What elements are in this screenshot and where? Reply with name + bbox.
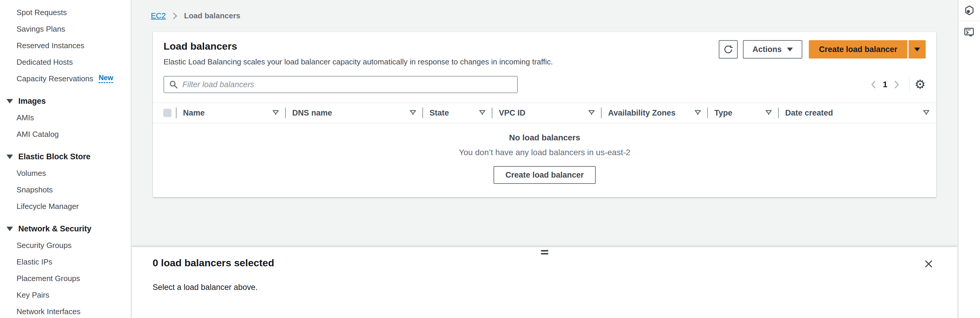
close-icon[interactable]	[924, 259, 933, 268]
page-number[interactable]: 1	[883, 80, 888, 89]
sidebar-item-snapshots[interactable]: Snapshots	[0, 181, 131, 198]
column-header-availability-zones[interactable]: Availability Zones	[601, 103, 708, 123]
breadcrumb-chevron-icon	[172, 12, 178, 20]
cloudshell-icon[interactable]	[958, 21, 980, 43]
expand-triangle-icon	[6, 99, 13, 104]
empty-create-load-balancer-button[interactable]: Create load balancer	[493, 166, 596, 184]
sidebar-item-key-pairs[interactable]: Key Pairs	[0, 287, 131, 303]
filter-icon[interactable]	[588, 110, 595, 116]
empty-state-title: No load balancers	[153, 133, 936, 142]
sidebar-section-images[interactable]: Images	[0, 93, 131, 109]
header-actions: Actions Create load balancer	[719, 40, 926, 59]
breadcrumb: EC2 Load balancers	[132, 0, 957, 21]
filter-icon[interactable]	[694, 110, 702, 116]
filter-icon[interactable]	[479, 110, 486, 116]
filter-icon[interactable]	[272, 110, 279, 116]
create-load-balancer-button[interactable]: Create load balancer	[809, 40, 907, 59]
select-all-checkbox[interactable]	[163, 109, 172, 117]
new-badge: New	[99, 74, 113, 83]
breadcrumb-current: Load balancers	[184, 11, 240, 21]
sidebar-item-reserved-instances[interactable]: Reserved Instances	[0, 37, 131, 54]
filter-placeholder: Filter load balancers	[183, 80, 254, 89]
sidebar-item-savings-plans[interactable]: Savings Plans	[0, 21, 131, 37]
filter-icon[interactable]	[765, 110, 772, 116]
main-content: EC2 Load balancers Load balancers Elasti…	[132, 0, 957, 318]
gear-icon[interactable]: ⚙	[915, 78, 926, 91]
sidebar-item-placement-groups[interactable]: Placement Groups	[0, 270, 131, 287]
sidebar-item-volumes[interactable]: Volumes	[0, 165, 131, 181]
sidebar-item-elastic-ips[interactable]: Elastic IPs	[0, 254, 131, 270]
empty-state: No load balancers You don’t have any loa…	[153, 123, 936, 197]
column-header-state[interactable]: State	[423, 103, 492, 123]
drag-handle[interactable]	[541, 250, 549, 256]
select-all-cell	[158, 103, 177, 123]
column-header-name[interactable]: Name	[177, 103, 286, 123]
caret-down-icon	[914, 48, 920, 51]
aws-q-icon[interactable]	[958, 0, 980, 21]
column-header-dns-name[interactable]: DNS name	[286, 103, 423, 123]
column-header-type[interactable]: Type	[708, 103, 779, 123]
sidebar-item-spot-requests[interactable]: Spot Requests	[0, 4, 131, 21]
table-header-row: Name DNS name State VPC ID	[153, 102, 936, 123]
sidebar-item-capacity-reservations[interactable]: Capacity Reservations New	[0, 70, 131, 87]
expand-triangle-icon	[6, 155, 13, 159]
expand-triangle-icon	[6, 227, 13, 231]
create-load-balancer-split-button: Create load balancer	[809, 40, 926, 59]
breadcrumb-link-ec2[interactable]: EC2	[151, 11, 166, 21]
pagination: 1 ⚙	[866, 76, 926, 93]
search-icon	[169, 80, 178, 89]
sidebar-item-amis[interactable]: AMIs	[0, 109, 131, 126]
refresh-button[interactable]	[719, 40, 738, 59]
selection-panel-message: Select a load balancer above.	[132, 268, 957, 292]
page-title: Load balancers	[164, 40, 553, 52]
column-header-vpc-id[interactable]: VPC ID	[492, 103, 601, 123]
create-load-balancer-dropdown[interactable]	[908, 40, 926, 59]
right-tools-rail	[958, 0, 980, 318]
sidebar-item-lifecycle-manager[interactable]: Lifecycle Manager	[0, 198, 131, 214]
ec2-sidebar: Spot Requests Savings Plans Reserved Ins…	[0, 0, 131, 318]
column-header-date-created[interactable]: Date created	[779, 103, 936, 123]
chevron-right-icon[interactable]	[889, 76, 904, 93]
empty-state-message: You don’t have any load balancers in us-…	[153, 148, 936, 157]
sidebar-item-network-interfaces[interactable]: Network Interfaces	[0, 303, 131, 318]
actions-button[interactable]: Actions	[743, 40, 802, 59]
filter-icon[interactable]	[923, 110, 930, 116]
chevron-left-icon[interactable]	[866, 76, 881, 93]
load-balancers-card: Load balancers Elastic Load Balancing sc…	[153, 32, 936, 197]
sidebar-section-elastic-block-store[interactable]: Elastic Block Store	[0, 149, 131, 165]
filter-icon[interactable]	[409, 110, 417, 116]
sidebar-item-security-groups[interactable]: Security Groups	[0, 237, 131, 254]
filter-input[interactable]: Filter load balancers	[164, 76, 518, 93]
page-description: Elastic Load Balancing scales your load …	[164, 58, 553, 67]
sidebar-item-dedicated-hosts[interactable]: Dedicated Hosts	[0, 54, 131, 70]
caret-down-icon	[787, 48, 793, 51]
selection-panel: 0 load balancers selected Select a load …	[132, 246, 957, 318]
sidebar-item-ami-catalog[interactable]: AMI Catalog	[0, 126, 131, 142]
sidebar-section-network-security[interactable]: Network & Security	[0, 221, 131, 237]
refresh-icon	[723, 44, 733, 54]
divider	[909, 77, 910, 93]
